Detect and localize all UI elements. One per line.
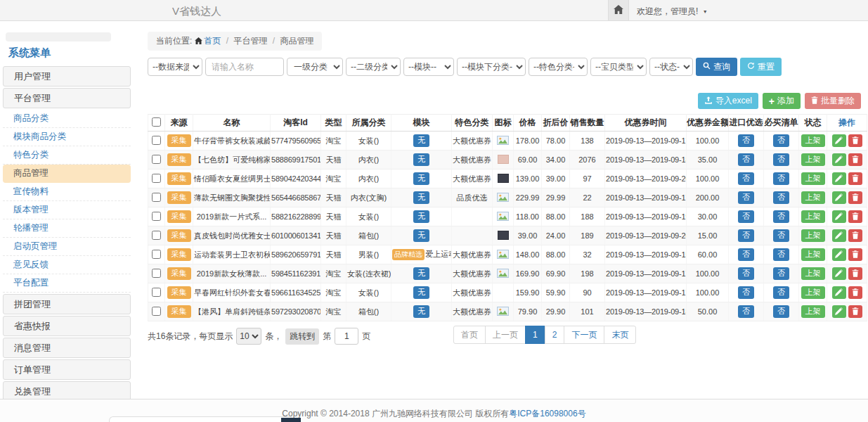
sidebar-sub-item[interactable]: 启动页管理 [3,238,131,256]
sidebar-sub-item[interactable]: 轮播管理 [3,219,131,238]
import-select-badge[interactable]: 否 [738,305,754,318]
import-select-badge[interactable]: 否 [738,210,754,223]
status-badge[interactable]: 上架 [801,248,825,261]
must-buy-badge[interactable]: 否 [773,191,789,204]
edit-button[interactable] [832,191,846,204]
must-buy-badge[interactable]: 否 [773,134,789,147]
level2-category-select[interactable]: --二级分类-- [346,58,401,76]
import-select-badge[interactable]: 否 [738,229,754,242]
page-button[interactable]: 上一页 [485,326,526,344]
page-button[interactable]: 下一页 [564,326,604,344]
select-all-checkbox[interactable] [152,117,161,127]
sidebar-sub-item[interactable]: 意见反馈 [3,256,131,274]
must-buy-badge[interactable]: 否 [773,286,789,299]
page-number-input[interactable] [335,328,358,345]
sidebar-sub-item[interactable]: 宣传物料 [3,183,131,201]
status-badge[interactable]: 上架 [801,153,825,166]
row-checkbox[interactable] [152,288,161,297]
edit-button[interactable] [832,172,846,185]
delete-button[interactable] [848,191,862,204]
search-button[interactable]: 查询 [696,58,737,76]
import-excel-button[interactable]: 导入excel [698,93,758,109]
status-badge[interactable]: 上架 [801,305,825,318]
must-buy-badge[interactable]: 否 [773,172,789,185]
edit-button[interactable] [832,305,846,318]
sidebar-group-item[interactable]: 拼团管理 [3,294,131,314]
sidebar-sub-item[interactable]: 版本管理 [3,201,131,219]
edit-button[interactable] [832,248,846,261]
jump-button[interactable]: 跳转到 [285,328,319,345]
status-badge[interactable]: 上架 [801,134,825,147]
data-source-select[interactable]: --数据来源-- [148,58,202,76]
batch-delete-button[interactable]: 批量删除 [805,93,861,109]
import-select-badge[interactable]: 否 [738,267,754,280]
must-buy-badge[interactable]: 否 [773,248,789,261]
page-button[interactable]: 1 [525,326,545,344]
reset-button[interactable]: 重置 [740,58,782,76]
delete-button[interactable] [848,210,862,223]
status-badge[interactable]: 上架 [801,286,825,299]
sidebar-sub-item[interactable]: 特色分类 [3,146,131,165]
import-select-badge[interactable]: 否 [738,248,754,261]
item-type-select[interactable]: --宝贝类型-- [590,58,647,76]
page-button[interactable]: 首页 [453,326,486,344]
delete-button[interactable] [848,267,862,280]
sidebar-sub-item[interactable]: 商品管理 [3,165,131,183]
sidebar-group-item[interactable]: 订单管理 [3,359,131,380]
sidebar-group-item[interactable]: 平台管理 [3,88,131,108]
delete-button[interactable] [848,134,862,147]
module-subcategory-select[interactable]: --模块下分类-- [457,58,526,76]
row-checkbox[interactable] [152,193,161,202]
delete-button[interactable] [848,229,862,242]
edit-button[interactable] [832,210,846,223]
page-button[interactable]: 2 [545,326,565,344]
delete-button[interactable] [848,153,862,166]
must-buy-badge[interactable]: 否 [773,153,789,166]
row-checkbox[interactable] [152,155,161,164]
feature-category-select[interactable]: --特色分类-- [529,58,588,76]
delete-button[interactable] [848,286,862,299]
sidebar-sub-item[interactable]: 商品分类 [3,110,131,128]
delete-button[interactable] [848,248,862,261]
sidebar-sub-item[interactable]: 模块商品分类 [3,128,131,146]
sidebar-group-item[interactable]: 用户管理 [3,66,131,87]
sidebar-group-item[interactable]: 省惠快报 [3,316,131,336]
edit-button[interactable] [832,267,846,280]
sidebar-sub-item[interactable]: 平台配置 [3,274,131,293]
import-select-badge[interactable]: 否 [738,286,754,299]
import-select-badge[interactable]: 否 [738,191,754,204]
home-button[interactable] [608,0,629,20]
must-buy-badge[interactable]: 否 [773,229,789,242]
row-checkbox[interactable] [152,307,161,316]
edit-button[interactable] [832,134,846,147]
per-page-select[interactable]: 10 [236,328,261,345]
row-checkbox[interactable] [152,269,161,278]
row-checkbox[interactable] [152,231,161,240]
sidebar-group-item[interactable]: 兑换管理 [3,381,131,399]
row-checkbox[interactable] [152,174,161,183]
import-select-badge[interactable]: 否 [738,134,754,147]
must-buy-badge[interactable]: 否 [773,210,789,223]
breadcrumb-home-link[interactable]: 首页 [204,36,221,46]
user-menu[interactable]: 欢迎您，管理员! ▼ [637,6,708,18]
edit-button[interactable] [832,229,846,242]
status-badge[interactable]: 上架 [801,191,825,204]
must-buy-badge[interactable]: 否 [773,267,789,280]
page-button[interactable]: 末页 [604,326,636,344]
status-badge[interactable]: 上架 [801,267,825,280]
import-select-badge[interactable]: 否 [738,172,754,185]
row-checkbox[interactable] [152,136,161,145]
delete-button[interactable] [848,172,862,185]
must-buy-badge[interactable]: 否 [773,305,789,318]
status-badge[interactable]: 上架 [801,229,825,242]
level1-category-select[interactable]: 一级分类 [287,58,343,76]
icp-link[interactable]: 粤ICP备16098006号 [509,409,585,418]
delete-button[interactable] [848,305,862,318]
module-select[interactable]: --模块-- [403,58,454,76]
status-badge[interactable]: 上架 [801,210,825,223]
row-checkbox[interactable] [152,250,161,259]
name-search-input[interactable] [205,58,284,76]
status-badge[interactable]: 上架 [801,172,825,185]
add-button[interactable]: + 添加 [763,93,801,109]
edit-button[interactable] [832,153,846,166]
